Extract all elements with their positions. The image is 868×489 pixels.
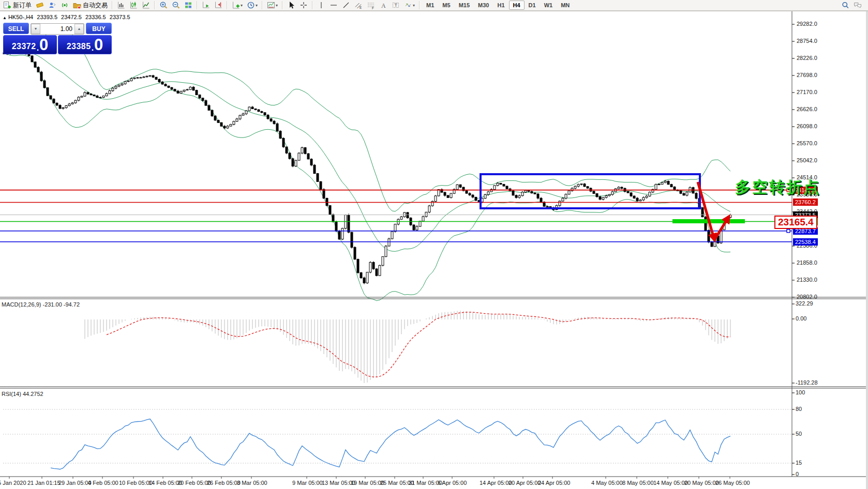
hline-icon [330, 1, 338, 9]
autoscroll-icon [202, 1, 210, 9]
auto-scroll-button[interactable] [200, 0, 212, 11]
price-tick-label: 29282.0 [797, 21, 817, 27]
buy-price-dot: . [92, 43, 94, 53]
periods-button[interactable]: ▾ [245, 0, 260, 11]
dropdown-arrow-icon[interactable]: ▾ [413, 3, 415, 8]
price-tick-label: 26626.0 [797, 106, 817, 112]
fibonacci-button[interactable]: F [365, 0, 377, 11]
linechart-icon [142, 1, 150, 9]
templates-button[interactable]: ▾ [265, 0, 280, 11]
sell-price: 23372 [12, 40, 36, 53]
text-label-button[interactable]: T [390, 0, 402, 11]
search-button[interactable] [839, 0, 851, 11]
toolbar-separator [154, 1, 155, 9]
fibo-icon: F [367, 1, 375, 9]
buy-price-panel[interactable]: 23385.0 [58, 35, 112, 54]
main-chart-svg[interactable] [0, 0, 868, 489]
one-click-trading-panel: SELL ▼ ▲ BUY 23372.0 23385.0 [3, 23, 112, 54]
toolbar-separator [312, 1, 313, 9]
zoom-out-button[interactable] [170, 0, 182, 11]
ohlc-low: 23336.5 [85, 14, 106, 20]
svg-text:A: A [381, 2, 386, 9]
dropdown-arrow-icon[interactable]: ▾ [256, 3, 258, 8]
search-icon [841, 1, 849, 9]
timeframe-m15-button[interactable]: M15 [455, 1, 474, 10]
volume-input[interactable] [40, 24, 74, 34]
trendline-button[interactable] [340, 0, 352, 11]
timeframe-m1-button[interactable]: M1 [422, 1, 438, 10]
line-chart-button[interactable] [140, 0, 152, 11]
chat-button[interactable] [851, 0, 864, 11]
sell-button[interactable]: SELL [3, 23, 29, 34]
buy-button[interactable]: BUY [86, 23, 112, 34]
tile-windows-button[interactable] [182, 0, 194, 11]
price-tick-label: 26098.0 [797, 123, 817, 129]
time-tick-label: 26 May 05:00 [715, 480, 750, 486]
chart-header-marker-icon: ▲ [3, 16, 7, 20]
rsi-indicator-label: RSI(14) 44.2752 [2, 391, 43, 397]
svg-text:E: E [360, 6, 362, 9]
template-icon [267, 1, 275, 9]
time-tick-label: 29 Jan 05:00 [58, 480, 92, 486]
main-toolbar: 新订单自动交易▾▾▾EFAT▾M1M5M15M30H1H4D1W1MN [0, 0, 868, 11]
timeframe-w1-button[interactable]: W1 [540, 1, 557, 10]
candle-chart-button[interactable] [127, 0, 140, 11]
metaeditor-button[interactable] [34, 0, 46, 11]
indicators-button[interactable]: ▾ [230, 0, 245, 11]
time-tick-label: 4 Feb 05:00 [88, 480, 118, 486]
time-tick-label: 19 Mar 05:00 [351, 480, 384, 486]
price-tick-label: 28226.0 [797, 55, 817, 61]
time-tick-label: 21 Jan 01:15 [27, 480, 61, 486]
time-tick-label: 20 Apr 05:00 [508, 480, 541, 486]
level-lines-layer [0, 24, 795, 297]
volume-decrease-button[interactable]: ▼ [31, 24, 40, 34]
price-tick-label: 27698.0 [797, 72, 817, 78]
toolbar-separator [227, 1, 228, 9]
tile-icon [184, 1, 192, 9]
timeframe-m5-button[interactable]: M5 [438, 1, 454, 10]
time-tick-label: 15 Jan 2020 [0, 480, 26, 486]
zoom-in-button[interactable] [157, 0, 170, 11]
crosshair-button[interactable] [297, 0, 310, 11]
shapes-icon [404, 1, 412, 9]
svg-text:T: T [395, 3, 398, 8]
pivot-annotation-text: 多空转折点 [735, 177, 820, 198]
equidistant-channel-button[interactable]: E [352, 0, 365, 11]
cursor-button[interactable] [285, 0, 297, 11]
symbol-period: HK50-,H4 [8, 14, 33, 20]
volume-increase-button[interactable]: ▲ [74, 24, 84, 34]
price-tick-label: 21858.0 [797, 259, 817, 266]
time-tick-label: 14 May 05:00 [653, 480, 688, 486]
community-button[interactable] [46, 0, 58, 11]
new-order-button[interactable]: 新订单 [1, 0, 34, 11]
time-tick-label: 9 Mar 05:00 [292, 480, 323, 486]
timeframe-m30-button[interactable]: M30 [474, 1, 493, 10]
bar-chart-button[interactable] [115, 0, 127, 11]
chartshift-icon [214, 1, 222, 9]
timeframe-d1-button[interactable]: D1 [525, 1, 540, 10]
arrows-button[interactable]: ▾ [402, 0, 417, 11]
horizontal-line-button[interactable] [327, 0, 340, 11]
time-tick-label: 14 Apr 05:00 [480, 480, 512, 486]
text-button[interactable]: A [377, 0, 390, 11]
price-tick-label: 27170.0 [797, 89, 817, 95]
timeframe-h1-button[interactable]: H1 [493, 1, 508, 10]
vertical-line-button[interactable] [315, 0, 327, 11]
sell-price-panel[interactable]: 23372.0 [3, 35, 57, 54]
timeframe-h4-button[interactable]: H4 [509, 1, 525, 10]
clock-icon [247, 1, 255, 9]
dropdown-arrow-icon[interactable]: ▾ [276, 3, 278, 8]
time-tick-label: 20 Feb 05:00 [177, 480, 211, 486]
macd-tick-label: -1192.28 [796, 379, 818, 386]
macd-pane-layer [85, 304, 795, 383]
signals-button[interactable] [58, 0, 71, 11]
chart-shift-button[interactable] [212, 0, 225, 11]
dropdown-arrow-icon[interactable]: ▾ [241, 3, 243, 8]
level-callout-box: 23165.4 [774, 216, 817, 229]
rsi-pane-layer [3, 393, 795, 475]
timeframe-mn-button[interactable]: MN [557, 1, 574, 10]
autotrading-button[interactable]: 自动交易 [71, 0, 110, 11]
rsi-tick-label: 50 [796, 431, 802, 437]
rsi-tick-label: 0 [796, 471, 799, 477]
toolbar-separator [282, 1, 283, 9]
